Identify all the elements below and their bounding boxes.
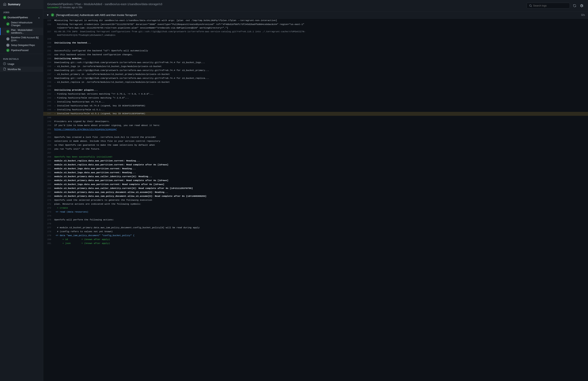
line-number: 230 [43, 45, 54, 49]
line-number: 241 [43, 88, 54, 92]
header-left: GruntworkPipelines / Plan - ModuleAdded … [47, 2, 162, 9]
log-line: 270OpenTofu used the selected providers … [43, 198, 588, 202]
sidebar-group-gruntwork[interactable]: ✓ GruntworkPipelines ▲ [0, 15, 43, 20]
line-content: <= data "aws_iam_policy_document" "confi… [54, 234, 588, 237]
line-content: # module.s3_bucket_primary.data.aws_iam_… [54, 226, 588, 229]
line-number: 262 [43, 171, 54, 174]
log-line: 22701:09:35.778 INFO Downloading Terragr… [43, 30, 588, 37]
sidebar-item-setup[interactable]: ○ Setup Delegated Repo [0, 43, 43, 48]
sidebar-item-pipelines[interactable]: ✓ PipelinesPassed [0, 48, 43, 53]
line-content: - Installing hashicorp/helm v2.5.1... [54, 108, 588, 112]
line-number: 253 [43, 135, 54, 139]
log-line: 251https://opentofu.org/docs/cli/plugins… [43, 128, 588, 132]
line-number: 281 [43, 242, 54, 245]
line-content: module.s3_bucket_logs.data.aws_partition… [54, 171, 588, 174]
sidebar-items: ✓ Detect Infrastructure Changes ✓ Plan ·… [0, 20, 43, 53]
line-number: 235 [43, 65, 54, 68]
log-line: 242- Finding hashicorp/aws versions matc… [43, 92, 588, 96]
step-header[interactable]: ▼ ✓ [TerragruntExecute]: Authenticate wi… [43, 11, 588, 19]
run-detail-label: Usage [7, 63, 14, 65]
line-number: 272 [43, 206, 54, 210]
sidebar-item-baseline[interactable]: ○ Baseline Child Account ${{ ((con... [0, 35, 43, 43]
search-icon [529, 4, 532, 7]
file-icon [3, 68, 6, 71]
log-line: 244- Installing hashicorp/aws v5.74.0... [43, 100, 588, 104]
log-line: 231Successfully configured the backend "… [43, 49, 588, 53]
sidebar-summary[interactable]: Summary [0, 0, 43, 9]
line-content: Downloading git::ssh://git@github.com/gr… [54, 69, 588, 72]
line-content: Initializing the backend... [54, 41, 588, 45]
run-detail-workflow[interactable]: Workflow file [0, 67, 43, 72]
log-line: 264module.s3_bucket_primary.data.aws_par… [43, 179, 588, 183]
line-number: 233 [43, 57, 54, 60]
log-line: 271plan. Resource actions are indicated … [43, 202, 588, 206]
line-content: - s3_bucket_logs in .terraform/modules/s… [54, 65, 588, 68]
log-line: 262module.s3_bucket_logs.data.aws_partit… [43, 171, 588, 175]
log-line: 235- s3_bucket_logs in .terraform/module… [43, 65, 588, 69]
main-content: GruntworkPipelines / Plan - ModuleAdded … [43, 0, 588, 381]
log-line: 255so that OpenTofu can guarantee to mak… [43, 143, 588, 147]
refresh-button[interactable] [572, 3, 577, 8]
line-content: Providers are signed by their developers… [54, 120, 588, 123]
search-logs-input[interactable] [533, 4, 567, 7]
line-number: 263 [43, 175, 54, 178]
line-content: - Finding hashicorp/aws versions matchin… [54, 92, 588, 96]
line-number: 275 [43, 218, 54, 222]
item-status-icon: ○ [6, 37, 9, 40]
log-line: 263module.s3_bucket_primary.data.aws_cal… [43, 175, 588, 179]
log-line: 243- Finding hashicorp/helm versions mat… [43, 96, 588, 100]
line-content: so that OpenTofu can guarantee to make t… [54, 143, 588, 147]
line-content: Successfully configured the backend "s3"… [54, 49, 588, 53]
refresh-icon [573, 4, 576, 7]
log-line: 252 [43, 132, 588, 135]
line-number: 225 [43, 19, 54, 22]
group-status-icon: ✓ [3, 16, 6, 19]
sidebar-item-label: PipelinesPassed [11, 49, 28, 52]
log-line: 250If you'd like to know more about prov… [43, 124, 588, 128]
line-content: ▼Executing Terragrunt in working dir san… [54, 19, 588, 22]
log-line: 245- Installed hashicorp/aws v5.74.0 (si… [43, 104, 588, 108]
line-content: module.s3_bucket_replica.data.aws_partit… [54, 159, 588, 163]
line-number: 254 [43, 139, 54, 143]
run-detail-label: Workflow file [7, 68, 21, 71]
log-line: 272 + create [43, 206, 588, 210]
log-line: 275OpenTofu will perform the following a… [43, 218, 588, 222]
line-number: 238 [43, 76, 54, 80]
log-line: 241Initializing provider plugins... [43, 88, 588, 92]
line-content: - s3_bucket_primary in .terraform/module… [54, 73, 588, 76]
log-line: 281 + json = (known after apply) [43, 242, 588, 246]
line-number: 279 [43, 234, 54, 237]
sidebar-item-label: Detect Infrastructure Changes [11, 21, 40, 27]
sidebar-item-label: Plan · ModuleAdded · sandbox/u... [11, 29, 40, 34]
line-number: 261 [43, 167, 54, 171]
log-line: 237- s3_bucket_primary in .terraform/mod… [43, 73, 588, 76]
log-line: 247- Installed hashicorp/helm v2.5.1 (si… [43, 112, 588, 116]
log-line: 239- s3_bucket_replica in .terraform/mod… [43, 80, 588, 84]
step-collapse-icon[interactable]: ▼ [46, 14, 49, 17]
item-status-icon: ✓ [6, 49, 9, 52]
log-line: 253OpenTofu has created a lock file .ter… [43, 135, 588, 139]
log-line: 278 # (config refers to values not yet k… [43, 230, 588, 234]
line-content: 01:09:35.778 INFO Downloading Terragrunt… [54, 30, 588, 37]
log-area[interactable]: ▼ ✓ [TerragruntExecute]: Authenticate wi… [43, 11, 588, 381]
run-details-label: Run details [0, 56, 43, 61]
line-number: 250 [43, 124, 54, 127]
log-line: 266module.s3_bucket_primary.data.aws_cal… [43, 187, 588, 190]
line-number: 244 [43, 100, 54, 104]
log-line: 246- Installing hashicorp/helm v2.5.1... [43, 108, 588, 112]
line-content: module.s3_bucket_primary.data.aws_iam_po… [54, 194, 588, 198]
log-line: 268module.s3_bucket_primary.data.aws_iam… [43, 194, 588, 198]
log-line: 229Initializing the backend... [43, 41, 588, 45]
line-number: 267 [43, 190, 54, 194]
log-line: 265module.s3_bucket_logs.data.aws_partit… [43, 183, 588, 187]
line-content: # (config refers to values not yet known… [54, 230, 588, 233]
sidebar-item-plan[interactable]: ✓ Plan · ModuleAdded · sandbox/u... [0, 28, 43, 35]
settings-button[interactable] [579, 3, 584, 8]
log-content: 225▼Executing Terragrunt in working dir … [43, 19, 588, 246]
line-content: Downloading git::ssh://git@github.com/gr… [54, 76, 588, 80]
log-line: 248 [43, 116, 588, 120]
run-detail-usage[interactable]: Usage [0, 61, 43, 67]
line-number: 278 [43, 230, 54, 233]
sidebar-item-detect[interactable]: ✓ Detect Infrastructure Changes [0, 20, 43, 28]
search-logs-container[interactable] [526, 3, 570, 8]
